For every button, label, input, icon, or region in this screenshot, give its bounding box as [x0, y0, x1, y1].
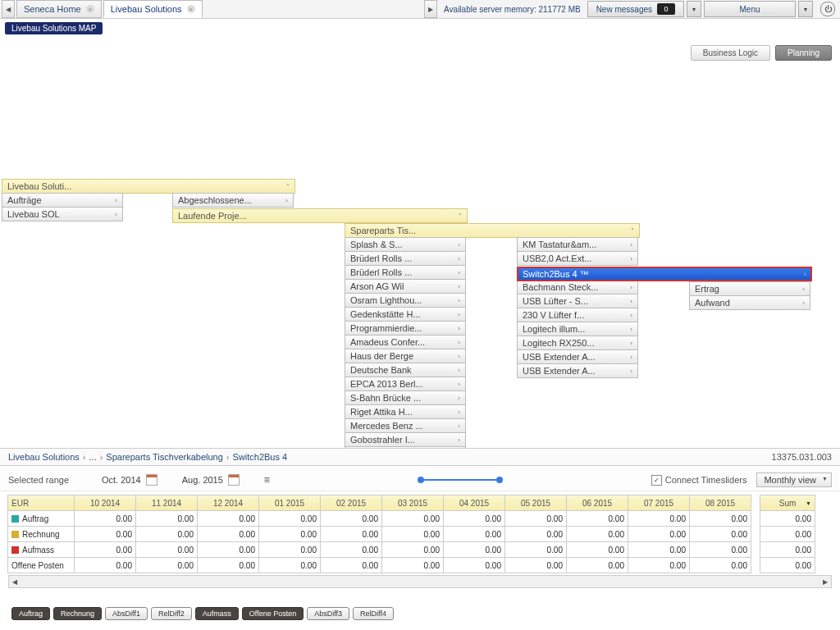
cell: 0.00 [197, 526, 259, 542]
tab-label: Livebau Solutions [111, 4, 182, 14]
breadcrumb-part[interactable]: ... [89, 452, 97, 462]
cascade-item[interactable]: Osram Lighthou...› [345, 293, 466, 308]
chevron-right-icon: › [458, 422, 460, 430]
series-pill[interactable]: Aufmass [195, 607, 239, 620]
close-icon[interactable]: × [187, 5, 195, 13]
chevron-right-icon: › [115, 211, 117, 218]
cascade-item[interactable]: Programmierdie...› [345, 321, 466, 336]
connect-checkbox[interactable]: ✓ [651, 475, 662, 486]
cascade-item[interactable]: KM Tastatur&am...› [517, 237, 638, 252]
cascade-item[interactable]: USB2,0 Act.Ext...› [517, 251, 638, 266]
cascade-item[interactable]: Abgeschlossene...› [172, 193, 294, 208]
cell: 0.00 [320, 557, 382, 573]
sum-cell: 0.00 [760, 541, 815, 558]
action-buttons: Business Logic Planning [691, 45, 832, 61]
series-pill[interactable]: Auftrag [11, 607, 50, 620]
cascade-item[interactable]: Livebau SOL› [2, 207, 123, 221]
badge-row: Livebau Solutions MAP [0, 19, 840, 38]
close-icon[interactable]: × [86, 5, 94, 13]
cascade-item[interactable]: S-Bahn Brücke ...› [345, 390, 466, 405]
cascade-item[interactable]: Brüderl Rolls ...› [345, 265, 466, 280]
month-header: 01 2015 [258, 495, 321, 511]
cascade-item[interactable]: USB Extender A...› [517, 363, 638, 378]
table-row: Aufmass0.000.000.000.000.000.000.000.000… [8, 542, 832, 558]
series-pill[interactable]: AbsDiff3 [307, 607, 349, 620]
cascade-item[interactable]: Splash & S...› [345, 237, 466, 252]
series-pill[interactable]: RelDiff4 [353, 607, 394, 620]
range-to: Aug. 2015 [182, 475, 223, 485]
power-icon[interactable]: ⏻ [820, 2, 835, 16]
chevron-right-icon: › [802, 299, 805, 307]
series-pill[interactable]: Rechnung [53, 607, 102, 620]
cell: 0.00 [320, 510, 382, 527]
cascade-item[interactable]: Bachmann Steck...› [517, 280, 638, 294]
cell: 0.00 [197, 541, 259, 558]
cascade-item[interactable]: Brüderl Rolls ...› [345, 251, 466, 266]
sum-header[interactable]: Sum▼ [760, 495, 815, 511]
month-header: 07 2015 [628, 495, 690, 511]
cell: 0.00 [381, 526, 444, 542]
cell: 0.00 [443, 526, 505, 542]
cascade-item[interactable]: Deutsche Bank› [345, 363, 466, 377]
cascade-item[interactable]: Aufträge› [2, 193, 123, 208]
business-logic-button[interactable]: Business Logic [691, 45, 770, 61]
cascade-item[interactable]: Gobostrahler I...› [345, 432, 466, 447]
cell: 0.00 [443, 557, 505, 573]
month-header: 08 2015 [689, 495, 751, 511]
cascade-item[interactable]: Mercedes Benz ...› [345, 418, 466, 433]
cascade-item[interactable]: Logitech illum...› [517, 322, 638, 336]
breadcrumb-part[interactable]: Livebau Solutions [8, 452, 80, 462]
chevron-down-icon: ▼ [806, 500, 811, 506]
map-badge[interactable]: Livebau Solutions MAP [5, 22, 103, 34]
series-pill[interactable]: Offene Posten [242, 607, 304, 620]
cell: 0.00 [197, 510, 259, 527]
tab-seneca-home[interactable]: Seneca Home × [16, 0, 102, 18]
cascade-item[interactable]: Arson AG Wil› [345, 279, 466, 294]
cascade-item[interactable]: Amadeus Confer...› [345, 335, 466, 349]
range-label: Selected range [8, 475, 69, 485]
chevron-right-icon: › [458, 381, 460, 388]
chevron-right-icon: › [802, 285, 805, 293]
cascade-header-3[interactable]: Spareparts Tis...˄ [345, 223, 640, 238]
series-pill[interactable]: AbsDiff1 [105, 607, 148, 620]
tab-next[interactable]: ▶ [424, 0, 437, 18]
tab-livebau-solutions[interactable]: Livebau Solutions × [103, 0, 203, 18]
chevron-right-icon: › [115, 197, 117, 204]
cascade-item[interactable]: USB Lüfter - S...› [517, 294, 638, 308]
cell: 0.00 [628, 510, 690, 527]
cascade-item[interactable]: USB Extender A...› [517, 349, 638, 364]
cascade-item[interactable]: 230 V Lüfter f...› [517, 308, 638, 322]
list-icon[interactable]: ≡ [264, 474, 270, 486]
menu-dropdown[interactable]: ▼ [798, 1, 813, 17]
messages-dropdown[interactable]: ▼ [687, 1, 701, 17]
cascade-item[interactable]: EPCA 2013 Berl...› [345, 377, 466, 391]
calendar-icon[interactable] [146, 474, 158, 486]
tab-prev[interactable]: ◀ [2, 0, 15, 18]
cascade-item[interactable]: Haus der Berge› [345, 349, 466, 363]
cascade-item[interactable]: Gedenkstätte H...› [345, 307, 466, 322]
cell: 0.00 [258, 510, 321, 527]
calendar-icon[interactable] [228, 474, 240, 486]
cascade-item[interactable]: Switch2Bus 4 ™› [517, 267, 812, 281]
currency-header: EUR [7, 495, 75, 511]
menu-button[interactable]: Menu [704, 1, 796, 17]
cascade-item[interactable]: Aufwand› [689, 295, 810, 310]
cascade-header-2[interactable]: Laufende Proje...˄ [172, 208, 468, 223]
horizontal-scrollbar[interactable]: ◀▶ [8, 575, 832, 588]
cascade-item[interactable]: Logitech RX250...› [517, 336, 638, 350]
chevron-right-icon: › [458, 297, 460, 304]
cell: 0.00 [628, 526, 690, 542]
cascade-item[interactable]: Riget Attika H...› [345, 404, 466, 419]
planning-button[interactable]: Planning [775, 45, 832, 61]
cell: 0.00 [135, 541, 198, 558]
timeslider[interactable] [270, 479, 651, 481]
cascade-header-1[interactable]: Livebau Soluti...˄ [2, 179, 295, 194]
new-messages-button[interactable]: New messages 0 [587, 1, 684, 17]
cell: 0.00 [381, 541, 444, 558]
view-select[interactable]: Monthly view [756, 472, 832, 487]
breadcrumb-part[interactable]: Spareparts Tischverkabelung [106, 452, 222, 462]
cascade-item[interactable]: Ertrag› [689, 281, 810, 296]
chevron-right-icon: › [458, 269, 460, 276]
series-pill[interactable]: RelDiff2 [151, 607, 192, 620]
chevron-right-icon: › [458, 241, 460, 249]
